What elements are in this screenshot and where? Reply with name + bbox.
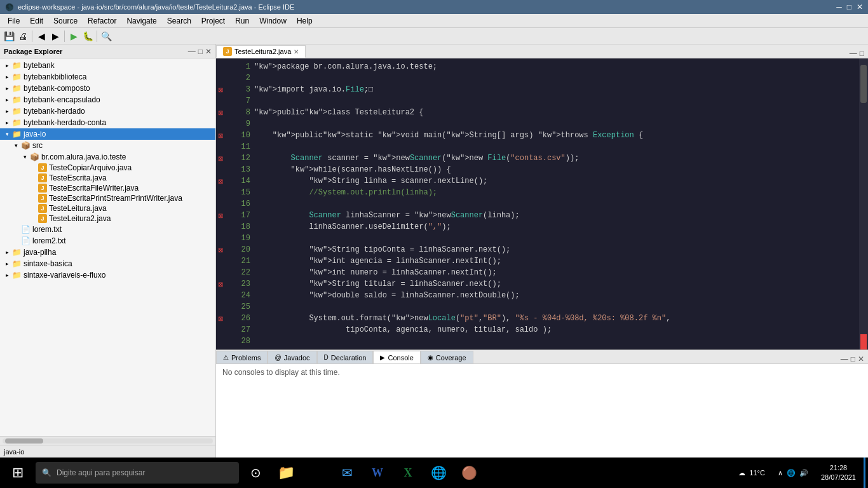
sys-tray-weather[interactable]: ☁ 11°C bbox=[733, 458, 770, 488]
toolbar-save-button[interactable]: 💾 bbox=[3, 30, 15, 43]
tree-item-sintaxe-basica[interactable]: ▸📁sintaxe-basica bbox=[0, 258, 215, 269]
sidebar-close-button[interactable]: ✕ bbox=[205, 47, 212, 56]
tree-arrow[interactable]: ▾ bbox=[11, 142, 20, 149]
toolbar-debug-button[interactable]: 🐛 bbox=[81, 30, 94, 43]
code-line-7[interactable]: 7 bbox=[233, 95, 854, 107]
sidebar-header-controls[interactable]: — □ ✕ bbox=[188, 47, 212, 56]
tree-item-java-io[interactable]: ▾📁java-io bbox=[0, 128, 215, 140]
menu-item-navigate[interactable]: Navigate bbox=[121, 15, 161, 27]
tree-item-bytebank-biblioteca[interactable]: ▸📁bytebankbiblioteca bbox=[0, 71, 215, 83]
code-line-16[interactable]: 16 bbox=[233, 198, 854, 210]
scrollbar-track[interactable] bbox=[3, 438, 213, 444]
tree-item-bytebank-composto[interactable]: ▸📁bytebank-composto bbox=[0, 83, 215, 94]
sidebar-maximize-button[interactable]: □ bbox=[198, 47, 203, 56]
tree-arrow[interactable]: ▸ bbox=[3, 119, 11, 126]
menu-item-edit[interactable]: Edit bbox=[25, 15, 48, 27]
tree-item-TesteLeitura2[interactable]: JTesteLeitura2.java bbox=[0, 214, 215, 224]
tree-item-TesteCopiarArquivo[interactable]: JTesteCopiarArquivo.java bbox=[0, 163, 215, 173]
toolbar-run-button[interactable]: ▶ bbox=[67, 30, 80, 43]
tree-arrow[interactable]: ▸ bbox=[3, 249, 11, 255]
windows-taskbar[interactable]: ⊞ 🔍 Digite aqui para pesquisar ⊙ 📁 🛍 ✉ W… bbox=[0, 458, 868, 488]
bottom-tab-console[interactable]: ▶Console bbox=[373, 351, 420, 363]
code-line-10[interactable]: 10 "kw">public "kw">static "kw">void mai… bbox=[233, 130, 854, 141]
tree-item-br.com.alura.java.io.teste[interactable]: ▾📦br.com.alura.java.io.teste bbox=[0, 151, 215, 163]
editor-maximize-button[interactable]: □ bbox=[860, 49, 864, 58]
code-line-11[interactable]: 11 bbox=[233, 141, 854, 152]
close-button[interactable]: ✕ bbox=[857, 3, 863, 11]
tree-arrow[interactable]: ▸ bbox=[3, 108, 11, 114]
scrollbar-thumb[interactable] bbox=[860, 65, 867, 103]
code-line-13[interactable]: 13 "kw">while(scanner.hasNextLine()) { bbox=[233, 164, 854, 175]
code-line-2[interactable]: 2 bbox=[233, 72, 854, 84]
tree-arrow[interactable]: ▸ bbox=[3, 74, 11, 80]
bottom-minimize-button[interactable]: — bbox=[841, 355, 848, 363]
mail-taskbar-button[interactable]: ✉ bbox=[333, 459, 361, 487]
sidebar-tree[interactable]: ▸📁bytebank▸📁bytebankbiblioteca▸📁bytebank… bbox=[0, 58, 215, 436]
bottom-maximize-button[interactable]: □ bbox=[851, 355, 855, 363]
editor-tab-controls[interactable]: — □ bbox=[846, 49, 868, 58]
tree-arrow[interactable]: ▾ bbox=[3, 131, 11, 137]
search-bar[interactable]: 🔍 Digite aqui para pesquisar bbox=[36, 462, 239, 484]
editor-minimize-button[interactable]: — bbox=[850, 49, 857, 58]
word-taskbar-button[interactable]: W bbox=[363, 459, 391, 487]
editor-tab-close-button[interactable]: ✕ bbox=[294, 48, 299, 55]
scrollbar-thumb[interactable] bbox=[5, 438, 43, 444]
code-line-26[interactable]: 26 System.out.format("kw">new Locale("pt… bbox=[233, 313, 854, 324]
menu-item-source[interactable]: Source bbox=[48, 15, 83, 27]
toolbar-forward-button[interactable]: ▶ bbox=[49, 30, 62, 43]
code-line-23[interactable]: 23 "kw">String titular = linhaScanner.ne… bbox=[233, 278, 854, 290]
bottom-tab-declaration[interactable]: DDeclaration bbox=[317, 351, 374, 363]
tree-item-TesteEscritaPrintStreamPrintWriter[interactable]: JTesteEscritaPrintStreamPrintWriter.java bbox=[0, 193, 215, 203]
code-line-22[interactable]: 22 "kw">int numero = linhaScanner.nextIn… bbox=[233, 267, 854, 278]
code-line-28[interactable]: 28 bbox=[233, 336, 854, 347]
bottom-tab-javadoc[interactable]: @Javadoc bbox=[268, 351, 316, 363]
tree-item-bytebank-herdado-conta[interactable]: ▸📁bytebank-herdado-conta bbox=[0, 117, 215, 128]
tree-item-sintaxe-variaveis-e-fluxo[interactable]: ▸📁sintaxe-variaveis-e-fluxo bbox=[0, 269, 215, 281]
titlebar-controls[interactable]: ─ □ ✕ bbox=[836, 3, 863, 11]
tree-arrow[interactable]: ▸ bbox=[3, 85, 11, 92]
toolbar-back-button[interactable]: ◀ bbox=[35, 30, 48, 43]
eclipse-taskbar-button[interactable]: 🟤 bbox=[455, 459, 483, 487]
menu-item-refactor[interactable]: Refactor bbox=[83, 15, 121, 27]
tree-item-java-pilha[interactable]: ▸📁java-pilha bbox=[0, 247, 215, 258]
tree-item-bytebank[interactable]: ▸📁bytebank bbox=[0, 60, 215, 71]
code-line-9[interactable]: 9 bbox=[233, 118, 854, 130]
code-line-25[interactable]: 25 bbox=[233, 301, 854, 313]
files-taskbar-button[interactable]: 📁 bbox=[272, 459, 300, 487]
code-line-24[interactable]: 24 "kw">double saldo = linhaScanner.next… bbox=[233, 290, 854, 301]
tree-arrow[interactable]: ▸ bbox=[3, 272, 11, 278]
tree-item-lorem2[interactable]: 📄lorem2.txt bbox=[0, 235, 215, 247]
vertical-scrollbar[interactable] bbox=[859, 58, 868, 349]
maximize-button[interactable]: □ bbox=[847, 3, 851, 11]
sidebar-minimize-button[interactable]: — bbox=[188, 47, 196, 56]
toolbar-print-button[interactable]: 🖨 bbox=[17, 30, 29, 43]
code-editor[interactable]: ⊠⊠⊠⊠⊠⊠⊠⊠⊠ 1"kw">package br.com.alura.jav… bbox=[216, 58, 868, 349]
minimize-button[interactable]: ─ bbox=[836, 3, 842, 11]
excel-taskbar-button[interactable]: X bbox=[394, 459, 422, 487]
store-taskbar-button[interactable]: 🛍 bbox=[302, 459, 330, 487]
start-button[interactable]: ⊞ bbox=[3, 458, 33, 488]
bottom-tabs[interactable]: ⚠Problems@JavadocDDeclaration▶Console◉Co… bbox=[216, 350, 868, 364]
bottom-tab-controls[interactable]: — □ ✕ bbox=[837, 355, 868, 363]
taskview-button[interactable]: ⊙ bbox=[241, 459, 269, 487]
tree-arrow[interactable]: ▸ bbox=[3, 62, 11, 69]
menu-item-search[interactable]: Search bbox=[162, 15, 196, 27]
tree-arrow[interactable]: ▸ bbox=[3, 261, 11, 267]
code-line-1[interactable]: 1"kw">package br.com.alura.java.io.teste… bbox=[233, 61, 854, 72]
tree-item-lorem[interactable]: 📄lorem.txt bbox=[0, 224, 215, 235]
code-content[interactable]: 1"kw">package br.com.alura.java.io.teste… bbox=[227, 58, 859, 349]
scrollbar-track[interactable] bbox=[859, 58, 868, 334]
code-line-20[interactable]: 20 "kw">String tipoConta = linhaScanner.… bbox=[233, 244, 854, 255]
menu-item-window[interactable]: Window bbox=[254, 15, 292, 27]
code-line-19[interactable]: 19 bbox=[233, 233, 854, 244]
code-line-8[interactable]: 8"kw">public "kw">class TesteLeitura2 { bbox=[233, 107, 854, 118]
sidebar-horizontal-scrollbar[interactable] bbox=[0, 436, 215, 445]
code-line-3[interactable]: 3"kw">import java.io.File;□ bbox=[233, 84, 854, 95]
code-line-14[interactable]: 14 "kw">String linha = scanner.nextLine(… bbox=[233, 175, 854, 187]
tree-arrow[interactable]: ▾ bbox=[20, 154, 29, 160]
menu-item-help[interactable]: Help bbox=[292, 15, 318, 27]
code-line-18[interactable]: 18 linhaScanner.useDelimiter(","); bbox=[233, 221, 854, 233]
tree-item-bytebank-herdado[interactable]: ▸📁bytebank-herdado bbox=[0, 105, 215, 117]
code-line-21[interactable]: 21 "kw">int agencia = linhaScanner.nextI… bbox=[233, 255, 854, 267]
toolbar-search-button[interactable]: 🔍 bbox=[100, 30, 112, 43]
